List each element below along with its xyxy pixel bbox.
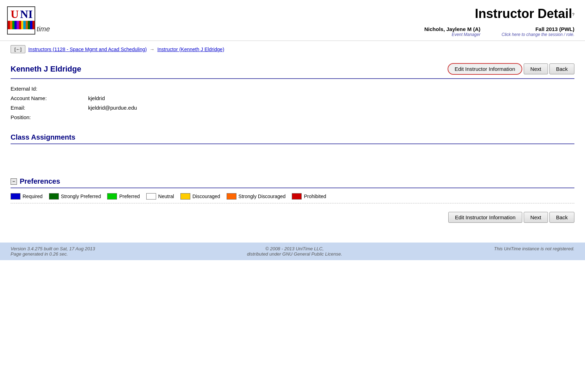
next-button-bottom[interactable]: Next: [524, 212, 548, 223]
instructor-header-row: Kenneth J Eldridge Edit Instructor Infor…: [11, 57, 574, 79]
legend-area: Required Strongly Preferred Preferred Ne…: [11, 188, 574, 203]
logo-u-letter: U: [9, 8, 20, 20]
footer-right: This UniTime instance is not registered.: [494, 246, 574, 251]
instructors-breadcrumb-link[interactable]: Instructors (1128 - Space Mgmt and Acad …: [28, 47, 147, 52]
legend-neutral: Neutral: [146, 193, 174, 200]
back-button[interactable]: [←]: [11, 45, 25, 53]
footer-copyright1: © 2008 - 2013 UniTime LLC,: [247, 246, 342, 251]
legend-strongly-discouraged: Strongly Discouraged: [227, 193, 286, 200]
breadcrumb: [←] Instructors (1128 - Space Mgmt and A…: [0, 41, 585, 57]
info-section: External Id: Account Name: kjeldrid Emai…: [11, 79, 574, 127]
discouraged-label: Discouraged: [192, 194, 220, 199]
external-id-label: External Id:: [11, 86, 88, 92]
session-change-link[interactable]: Click here to change the session / role.: [501, 32, 574, 37]
collapse-icon[interactable]: −: [11, 178, 17, 185]
session-name: Fall 2013 (PWL): [501, 26, 574, 32]
header-right: Instructor Detail? Nichols, Jaylene M (A…: [424, 6, 574, 37]
preferences-header: − Preferences: [11, 172, 574, 188]
required-label: Required: [23, 194, 43, 199]
user-role: Event Manager: [424, 32, 480, 37]
page-title: Instructor Detail?: [424, 6, 574, 21]
account-name-row: Account Name: kjeldrid: [11, 93, 574, 103]
required-color: [11, 193, 20, 200]
preferred-color: [107, 193, 117, 200]
page-header: U NI time Instructor Detail?: [0, 0, 585, 41]
neutral-label: Neutral: [158, 194, 174, 199]
account-name-value: kjeldrid: [88, 95, 105, 101]
position-row: Position:: [11, 112, 574, 122]
external-id-row: External Id:: [11, 84, 574, 93]
footer-copyright2: distributed under GNU General Public Lic…: [247, 251, 342, 257]
preferences-title: Preferences: [20, 177, 60, 185]
logo-area: U NI time: [7, 6, 50, 35]
strongly-discouraged-label: Strongly Discouraged: [239, 194, 286, 199]
session-block: Fall 2013 (PWL) Click here to change the…: [501, 26, 574, 37]
strongly-discouraged-color: [227, 193, 236, 200]
logo-box: U NI: [7, 6, 35, 35]
strongly-preferred-label: Strongly Preferred: [61, 194, 101, 199]
position-label: Position:: [11, 114, 88, 120]
logo-stripes: [8, 21, 35, 29]
user-info: Nichols, Jaylene M (A) Event Manager Fal…: [424, 26, 574, 37]
preferred-label: Preferred: [119, 194, 140, 199]
class-assignments-area: [11, 144, 574, 165]
class-assignments-header: Class Assignments: [11, 130, 574, 144]
prohibited-label: Prohibited: [304, 194, 326, 199]
legend-discouraged: Discouraged: [180, 193, 220, 200]
instructor-name: Kenneth J Eldridge: [11, 65, 81, 74]
instructor-breadcrumb-link[interactable]: Instructor (Kenneth J Eldridge): [157, 47, 224, 52]
edit-instructor-button-top[interactable]: Edit Instructor Information: [448, 63, 522, 75]
help-icon[interactable]: ?: [572, 12, 574, 17]
bottom-actions: Edit Instructor Information Next Back: [11, 203, 574, 228]
legend-strongly-preferred: Strongly Preferred: [49, 193, 101, 200]
footer-left: Version 3.4.275 built on Sat, 17 Aug 201…: [11, 246, 95, 257]
edit-instructor-button-bottom[interactable]: Edit Instructor Information: [448, 212, 522, 223]
footer: Version 3.4.275 built on Sat, 17 Aug 201…: [0, 243, 585, 260]
action-buttons: Edit Instructor Information Next Back: [448, 63, 574, 75]
email-value: kjeldrid@purdue.edu: [88, 105, 137, 111]
prohibited-color: [292, 193, 302, 200]
main-content: Kenneth J Eldridge Edit Instructor Infor…: [0, 57, 585, 228]
next-button-top[interactable]: Next: [524, 63, 548, 74]
discouraged-color: [180, 193, 190, 200]
email-row: Email: kjeldrid@purdue.edu: [11, 103, 574, 112]
footer-registration: This UniTime instance is not registered.: [494, 246, 574, 251]
legend-prohibited: Prohibited: [292, 193, 326, 200]
legend-preferred: Preferred: [107, 193, 140, 200]
email-label: Email:: [11, 105, 88, 111]
neutral-color: [146, 193, 156, 200]
footer-gen-time: Page generated in 0.26 sec.: [11, 251, 95, 257]
logo-time-text: time: [37, 25, 50, 35]
user-name: Nichols, Jaylene M (A): [424, 26, 480, 32]
legend-required: Required: [11, 193, 43, 200]
account-name-label: Account Name:: [11, 95, 88, 101]
user-block: Nichols, Jaylene M (A) Event Manager: [424, 26, 480, 37]
logo-ni-letters: NI: [20, 8, 33, 21]
footer-center: © 2008 - 2013 UniTime LLC, distributed u…: [247, 246, 342, 257]
strongly-preferred-color: [49, 193, 59, 200]
breadcrumb-arrow: →: [149, 47, 154, 52]
back-button-bottom[interactable]: Back: [549, 212, 574, 223]
footer-version: Version 3.4.275 built on Sat, 17 Aug 201…: [11, 246, 95, 251]
back-button-top[interactable]: Back: [549, 63, 574, 74]
